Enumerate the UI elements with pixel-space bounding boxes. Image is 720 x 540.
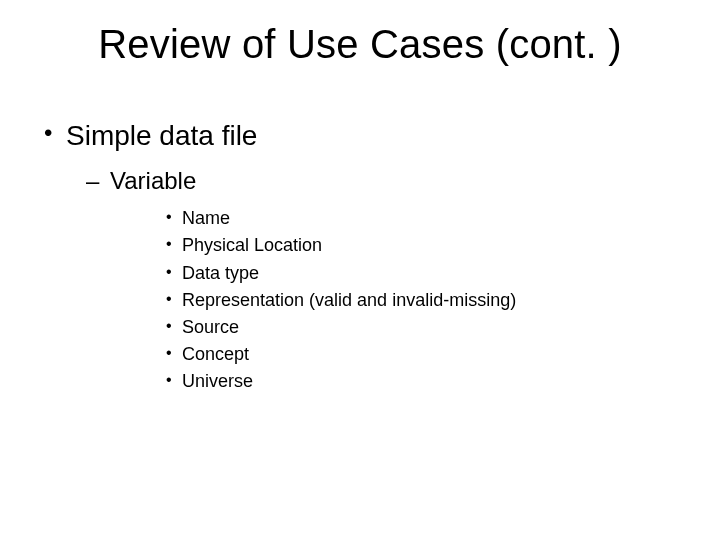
slide-body: Simple data file Variable Name Physical … [40,118,680,405]
list-item: Concept [110,342,680,367]
list-item: Universe [110,369,680,394]
list-item-label: Name [182,208,230,228]
list-item-label: Universe [182,371,253,391]
list-item-label: Representation (valid and invalid-missin… [182,290,516,310]
slide: Review of Use Cases (cont. ) Simple data… [0,0,720,540]
list-item-label: Data type [182,263,259,283]
list-item: Physical Location [110,233,680,258]
bullet-list-lvl1: Simple data file Variable Name Physical … [40,118,680,395]
list-item: Simple data file Variable Name Physical … [40,118,680,395]
list-item-label: Concept [182,344,249,364]
list-item-label: Physical Location [182,235,322,255]
list-item-label: Source [182,317,239,337]
list-item-label: Variable [110,167,196,194]
list-item: Variable Name Physical Location Data typ… [66,165,680,395]
list-item: Source [110,315,680,340]
slide-title: Review of Use Cases (cont. ) [0,22,720,67]
bullet-list-lvl3: Name Physical Location Data type Represe… [110,206,680,394]
list-item: Data type [110,261,680,286]
list-item-label: Simple data file [66,120,257,151]
bullet-list-lvl2: Variable Name Physical Location Data typ… [66,165,680,395]
list-item: Name [110,206,680,231]
list-item: Representation (valid and invalid-missin… [110,288,680,313]
